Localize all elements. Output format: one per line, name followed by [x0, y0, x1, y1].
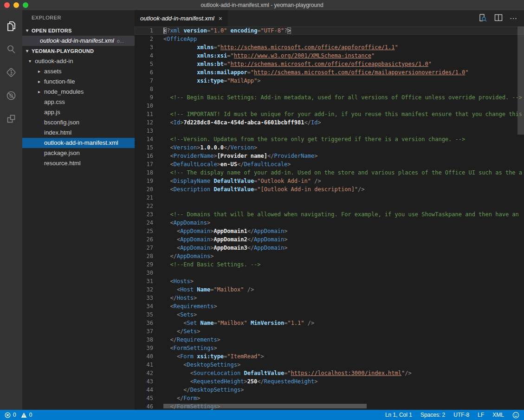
- code-line: 32 <Host Name="Mailbox" />: [135, 285, 524, 294]
- status-indentation[interactable]: Spaces: 2: [420, 412, 445, 418]
- error-count: 0: [13, 412, 16, 418]
- code-line: 1<?xml version="1.0" encoding="UTF-8"?>: [135, 26, 524, 35]
- code-lines: 1<?xml version="1.0" encoding="UTF-8"?>2…: [135, 26, 524, 410]
- line-number: 46: [135, 402, 153, 410]
- code-line: 22: [135, 202, 524, 210]
- line-number: 26: [135, 235, 153, 244]
- code-line: 7 xsi:type="MailApp">: [135, 77, 524, 85]
- code-line: 6 xmlns:mailappor="http://schemas.micros…: [135, 68, 524, 77]
- sidebar-item-source-control[interactable]: [0, 61, 22, 84]
- line-number: 32: [135, 285, 153, 294]
- status-language-mode[interactable]: XML: [492, 412, 504, 418]
- problems-summary[interactable]: 0 0: [0, 412, 32, 418]
- code-line: 21: [135, 194, 524, 202]
- open-editor-description: o...: [117, 38, 124, 44]
- tab-outlook-add-in-manifest[interactable]: outlook-add-in-manifest.xml ×: [135, 10, 228, 26]
- code-line: 24 <AppDomains>: [135, 219, 524, 227]
- chevron-down-icon: ▾: [29, 56, 35, 66]
- open-preview-button[interactable]: [478, 13, 487, 24]
- code-line: 38 </Requirements>: [135, 336, 524, 344]
- line-number: 15: [135, 143, 153, 152]
- code-line: 20 <Description DefaultValue="[Outlook A…: [135, 185, 524, 194]
- activity-bar: [0, 10, 22, 410]
- code-line: 2<OfficeApp: [135, 35, 524, 43]
- chevron-down-icon: ▾: [26, 46, 32, 56]
- code-line: 23 <!-- Domains that will be allowed whe…: [135, 210, 524, 219]
- code-line: 13: [135, 127, 524, 135]
- line-number: 44: [135, 386, 153, 394]
- tree-item-label: resource.html: [44, 158, 81, 168]
- line-number: 13: [135, 127, 153, 135]
- open-editors-header[interactable]: ▾ OPEN EDITORS: [22, 26, 135, 36]
- feedback-smiley-icon[interactable]: [512, 412, 519, 419]
- tree-item-outlook-add-in[interactable]: ▾outlook-add-in: [22, 56, 135, 66]
- line-number: 8: [135, 85, 153, 93]
- line-number: 2: [135, 35, 153, 43]
- code-line: 40 <Form xsi:type="ItemRead">: [135, 352, 524, 361]
- line-number: 3: [135, 43, 153, 52]
- tree-item-label: bsconfig.json: [44, 117, 79, 128]
- code-line: 39 <FormSettings>: [135, 344, 524, 352]
- code-line: 28 </AppDomains>: [135, 252, 524, 260]
- file-tree: ▾outlook-add-in▸assets▸function-file▸nod…: [22, 56, 135, 168]
- status-bar-right: Ln 1, Col 1Spaces: 2UTF-8LFXML: [385, 412, 524, 419]
- code-line: 19 <DisplayName DefaultValue="Outlook Ad…: [135, 177, 524, 185]
- status-encoding[interactable]: UTF-8: [453, 412, 469, 418]
- sidebar-item-explorer[interactable]: [0, 15, 22, 38]
- line-number: 39: [135, 344, 153, 352]
- line-number: 22: [135, 202, 153, 210]
- tree-item-app.css[interactable]: app.css: [22, 97, 135, 107]
- code-line: 43 <RequestedHeight>250</RequestedHeight…: [135, 377, 524, 386]
- tree-item-label: function-file: [44, 77, 75, 87]
- line-number: 1: [135, 26, 153, 35]
- tree-item-package.json[interactable]: package.json: [22, 148, 135, 158]
- code-line: 27 <AppDomain>AppDomain3</AppDomain>: [135, 244, 524, 252]
- code-line: 11 <!-- IMPORTANT! Id must be unique for…: [135, 110, 524, 118]
- code-line: 14 <!--Version. Updates from the store o…: [135, 135, 524, 143]
- chevron-down-icon: ▾: [26, 26, 32, 36]
- line-number: 33: [135, 294, 153, 302]
- tree-item-label: index.html: [44, 128, 71, 138]
- open-editor-item[interactable]: outlook-add-in-manifest.xmlo...: [22, 36, 135, 46]
- tree-item-resource.html[interactable]: resource.html: [22, 158, 135, 168]
- sidebar-item-extensions[interactable]: [0, 108, 22, 131]
- ellipsis-icon: ⋯: [510, 14, 518, 23]
- search-icon: [5, 43, 17, 57]
- tree-item-node_modules[interactable]: ▸node_modules: [22, 87, 135, 97]
- code-line: 41 <DesktopSettings>: [135, 361, 524, 369]
- tree-item-app.js[interactable]: app.js: [22, 107, 135, 117]
- status-eol[interactable]: LF: [478, 412, 484, 418]
- explorer-title: EXPLORER: [22, 10, 135, 26]
- code-line: 9 <!-- Begin Basic Settings: Add-in meta…: [135, 93, 524, 102]
- line-number: 37: [135, 327, 153, 336]
- sidebar-item-debug[interactable]: [0, 84, 22, 108]
- line-number: 14: [135, 135, 153, 143]
- error-icon: [5, 412, 11, 418]
- folder-section-label: YEOMAN-PLAYGROUND: [32, 46, 94, 56]
- vertical-scrollbar[interactable]: [518, 26, 524, 135]
- code-line: 3 xmlns="http://schemas.microsoft.com/of…: [135, 43, 524, 52]
- tree-item-function-file[interactable]: ▸function-file: [22, 77, 135, 87]
- sidebar-item-search[interactable]: [0, 38, 22, 61]
- code-line: 16 <ProviderName>[Provider name]</Provid…: [135, 152, 524, 160]
- chevron-right-icon: ▸: [38, 66, 44, 77]
- no-bug-icon: [5, 90, 17, 103]
- horizontal-scrollbar[interactable]: [163, 404, 367, 408]
- line-number: 7: [135, 77, 153, 85]
- close-tab-icon[interactable]: ×: [219, 15, 222, 22]
- tree-item-bsconfig.json[interactable]: bsconfig.json: [22, 117, 135, 128]
- more-actions-button[interactable]: ⋯: [510, 14, 518, 23]
- code-editor[interactable]: 1<?xml version="1.0" encoding="UTF-8"?>2…: [135, 26, 524, 410]
- code-line: 8: [135, 85, 524, 93]
- warning-count: 0: [29, 412, 32, 418]
- folder-section-header[interactable]: ▾ YEOMAN-PLAYGROUND: [22, 46, 135, 56]
- tree-item-index.html[interactable]: index.html: [22, 128, 135, 138]
- code-line: 5 xmlns:bt="http://schemas.microsoft.com…: [135, 60, 524, 68]
- tree-item-assets[interactable]: ▸assets: [22, 66, 135, 77]
- chevron-right-icon: ▸: [38, 77, 44, 87]
- split-editor-button[interactable]: [494, 13, 503, 24]
- line-number: 5: [135, 60, 153, 68]
- code-line: 25 <AppDomain>AppDomain1</AppDomain>: [135, 227, 524, 235]
- status-cursor-position[interactable]: Ln 1, Col 1: [385, 412, 412, 418]
- tree-item-outlook-add-in-manifest.xml[interactable]: outlook-add-in-manifest.xml: [22, 138, 135, 148]
